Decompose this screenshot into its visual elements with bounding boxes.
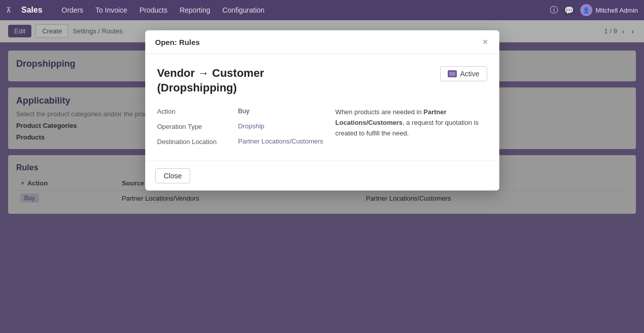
user-name: Mitchell Admin — [595, 7, 638, 14]
destination-location-label: Destination Location — [157, 137, 238, 146]
nav-reporting[interactable]: Reporting — [175, 4, 216, 16]
operation-type-label: Operation Type — [157, 122, 238, 130]
action-value: Buy — [238, 107, 249, 115]
chat-icon[interactable]: 💬 — [564, 6, 574, 15]
grid-icon[interactable]: ⊼ — [6, 6, 11, 14]
active-badge-icon — [448, 70, 457, 77]
nav-products[interactable]: Products — [135, 4, 173, 16]
rule-title-line1: Vendor → Customer — [157, 66, 264, 81]
avatar: 👤 — [580, 4, 592, 16]
modal-title: Open: Rules — [155, 38, 200, 46]
modal-overlay: Open: Rules × Vendor → Customer (Dropshi… — [0, 20, 644, 333]
operation-type-field: Operation Type Dropship — [157, 122, 323, 130]
modal-dialog: Open: Rules × Vendor → Customer (Dropshi… — [145, 30, 499, 191]
nav-configuration[interactable]: Configuration — [218, 4, 270, 16]
modal-fields: Action Buy Operation Type Dropship Desti… — [157, 107, 487, 153]
top-nav: Orders To Invoice Products Reporting Con… — [57, 4, 270, 16]
modal-header: Open: Rules × — [145, 30, 499, 54]
action-label: Action — [157, 107, 238, 115]
modal-rule-title: Vendor → Customer (Dropshipping) — [157, 66, 264, 95]
bold-text: Partner Locations/Customers — [335, 108, 447, 126]
modal-fields-right: When products are needed in Partner Loca… — [335, 107, 487, 153]
topbar: ⊼ Sales Orders To Invoice Products Repor… — [0, 0, 644, 20]
nav-orders[interactable]: Orders — [57, 4, 89, 16]
modal-description: When products are needed in Partner Loca… — [335, 107, 487, 138]
modal-footer: Close — [145, 161, 499, 191]
action-field: Action Buy — [157, 107, 323, 115]
modal-close-x-button[interactable]: × — [482, 37, 489, 46]
page-background: Edit Create Settings / Routes 1 / 9 ‹ › … — [0, 20, 644, 333]
close-button[interactable]: Close — [155, 168, 191, 183]
operation-type-link[interactable]: Dropship — [238, 122, 265, 130]
active-label: Active — [460, 70, 479, 78]
modal-body: Vendor → Customer (Dropshipping) Active … — [145, 54, 499, 161]
destination-location-link[interactable]: Partner Locations/Customers — [238, 137, 323, 146]
active-badge: Active — [440, 66, 487, 81]
modal-rule-header: Vendor → Customer (Dropshipping) Active — [157, 66, 487, 95]
help-icon[interactable]: ⓘ — [550, 5, 558, 16]
topbar-right: ⓘ 💬 👤 Mitchell Admin — [550, 4, 638, 16]
user-menu[interactable]: 👤 Mitchell Admin — [580, 4, 638, 16]
avatar-img: 👤 — [583, 7, 590, 14]
destination-location-field: Destination Location Partner Locations/C… — [157, 137, 323, 146]
rule-title-line2: (Dropshipping) — [157, 81, 264, 96]
modal-fields-left: Action Buy Operation Type Dropship Desti… — [157, 107, 323, 153]
nav-to-invoice[interactable]: To Invoice — [91, 4, 133, 16]
app-name: Sales — [21, 6, 42, 15]
